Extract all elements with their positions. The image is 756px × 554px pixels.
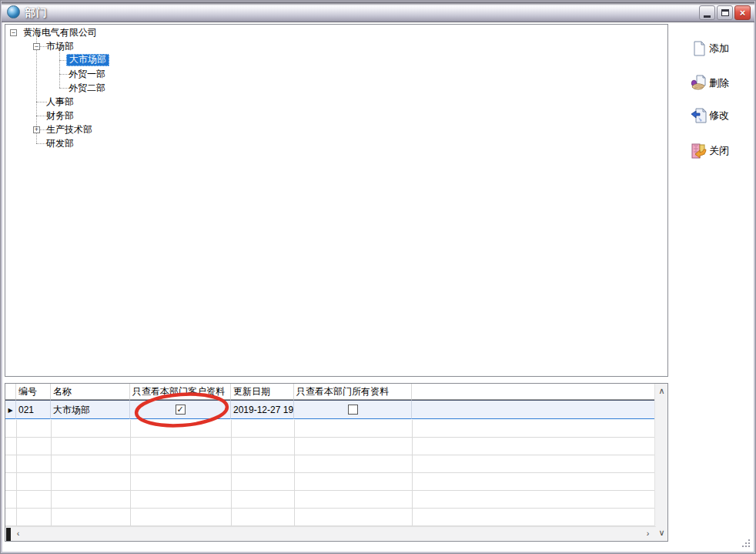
tree-node-rd[interactable]: 研发部 <box>44 138 76 150</box>
cell-dept-all-only[interactable] <box>294 400 412 419</box>
cell-update-date[interactable]: 2019-12-27 19 <box>231 400 294 419</box>
close-button[interactable]: × <box>734 5 751 20</box>
column-header-code[interactable]: 编号 <box>16 384 51 400</box>
add-button-label: 添加 <box>709 42 729 55</box>
app-globe-icon <box>7 5 20 18</box>
expander-glyph: + <box>35 126 38 133</box>
expander-minus-icon[interactable]: − <box>33 43 40 50</box>
department-tree[interactable]: − − + 黄海电气有限公司 市场部 大市场部 外贸一部 外贸二部 人事部 财务… <box>5 24 668 377</box>
cell-name[interactable]: 大市场部 <box>51 400 130 419</box>
gridline <box>130 420 131 526</box>
scroll-left-icon[interactable]: ‹ <box>12 528 25 540</box>
department-grid[interactable]: 编号 名称 只查看本部门客户资料 更新日期 只查看本部门所有资料 ▶ 021 大… <box>5 383 668 542</box>
cell-dept-customer-only[interactable]: ✓ <box>130 400 231 419</box>
expander-plus-icon[interactable]: + <box>33 126 40 133</box>
expander-glyph: − <box>35 42 38 50</box>
modify-page-icon <box>691 107 707 124</box>
grid-empty-row[interactable] <box>5 438 656 455</box>
exit-door-icon <box>691 143 707 159</box>
close-form-button-label: 关闭 <box>709 144 729 158</box>
add-button[interactable]: 添加 <box>691 39 729 59</box>
gridline <box>412 420 413 526</box>
check-icon: ✓ <box>176 405 183 414</box>
cell-blank[interactable] <box>412 400 656 419</box>
gridline <box>16 420 17 526</box>
gridline <box>51 420 52 526</box>
tree-node-big-market-selected[interactable]: 大市场部 <box>66 54 109 66</box>
delete-button[interactable]: 删除 <box>691 73 729 93</box>
column-header-dept-all-only[interactable]: 只查看本部门所有资料 <box>294 384 412 400</box>
tree-node-trade1[interactable]: 外贸一部 <box>66 69 108 81</box>
column-header-blank <box>412 384 656 400</box>
horizontal-scrollbar[interactable]: ‹ › <box>5 526 656 541</box>
horizontal-scroll-thumb[interactable] <box>6 528 11 541</box>
maximize-button[interactable] <box>717 5 733 20</box>
close-icon: × <box>740 8 746 18</box>
vertical-scrollbar[interactable]: ∧ ∨ <box>654 384 667 541</box>
modify-button[interactable]: 修改 <box>691 106 729 126</box>
delete-page-icon <box>691 75 707 92</box>
expander-glyph: − <box>12 29 15 36</box>
expander-minus-icon[interactable]: − <box>10 29 17 36</box>
tree-node-trade2[interactable]: 外贸二部 <box>66 82 108 95</box>
dept-customer-only-checkbox-checked[interactable]: ✓ <box>176 405 186 415</box>
tree-node-company[interactable]: 黄海电气有限公司 <box>21 27 99 39</box>
grid-corner <box>5 384 16 400</box>
tree-node-finance[interactable]: 财务部 <box>44 110 76 123</box>
new-page-icon <box>691 40 707 57</box>
gridline <box>294 420 295 526</box>
gridline <box>231 420 232 526</box>
close-form-button[interactable]: 关闭 <box>691 141 729 161</box>
cell-code[interactable]: 021 <box>16 400 51 419</box>
tree-node-hr[interactable]: 人事部 <box>44 96 76 109</box>
column-header-dept-customer-only[interactable]: 只查看本部门客户资料 <box>130 384 231 400</box>
grid-empty-row[interactable] <box>5 491 656 509</box>
column-header-name[interactable]: 名称 <box>51 384 130 400</box>
tree-node-production[interactable]: 生产技术部 <box>44 124 95 136</box>
window-title: 部门 <box>25 6 48 20</box>
maximize-icon <box>721 9 729 16</box>
scroll-down-icon[interactable]: ∨ <box>655 527 668 539</box>
grid-empty-row[interactable] <box>5 455 656 473</box>
title-bar[interactable]: 部门 × <box>2 2 754 22</box>
current-row-indicator: ▶ <box>5 400 16 419</box>
resize-grip[interactable] <box>748 546 750 547</box>
tree-node-marketing[interactable]: 市场部 <box>44 41 76 53</box>
modify-button-label: 修改 <box>709 109 729 123</box>
minimize-icon <box>704 15 711 18</box>
dept-all-only-checkbox-unchecked[interactable] <box>348 405 358 415</box>
minimize-button[interactable] <box>699 5 715 20</box>
grid-empty-row[interactable] <box>5 473 656 491</box>
row-indicator-icon: ▶ <box>8 407 12 414</box>
grid-empty-row[interactable] <box>5 420 656 438</box>
scroll-right-icon[interactable]: › <box>641 528 654 540</box>
column-header-update-date[interactable]: 更新日期 <box>231 384 294 400</box>
grid-empty-row[interactable] <box>5 509 656 526</box>
scroll-up-icon[interactable]: ∧ <box>655 385 668 398</box>
delete-button-label: 删除 <box>709 76 729 90</box>
app-window: 部门 × − − + 黄海电气有限公司 市场部 大市场部 外贸一部 外贸二部 人… <box>0 0 756 554</box>
